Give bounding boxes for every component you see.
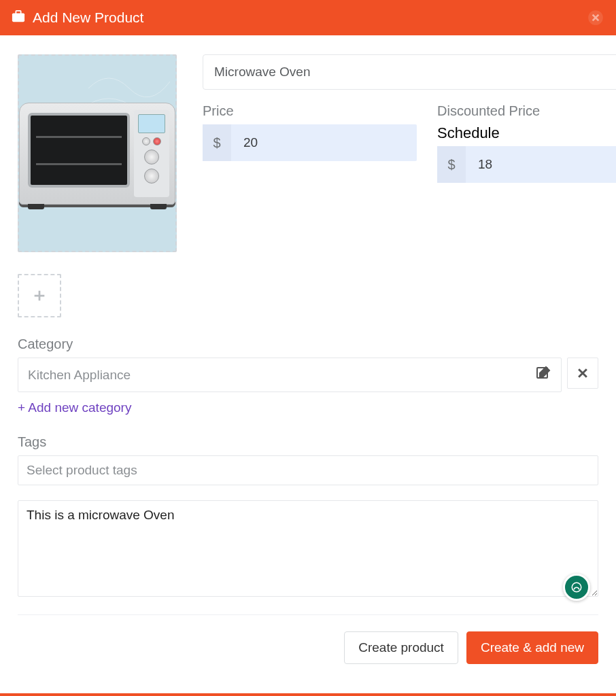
modal-header: Add New Product — [0, 0, 616, 35]
create-and-add-new-button[interactable]: Create & add new — [466, 631, 598, 664]
product-name-input[interactable] — [203, 54, 616, 90]
category-select[interactable]: Kitchen Appliance — [18, 358, 562, 392]
discounted-price-input[interactable] — [466, 146, 616, 183]
schedule-label: Schedule — [437, 124, 616, 142]
add-image-button[interactable] — [18, 274, 61, 317]
description-textarea[interactable] — [18, 500, 598, 597]
add-category-link[interactable]: + Add new category — [18, 400, 131, 415]
price-input[interactable] — [231, 124, 417, 161]
chat-support-button[interactable] — [563, 574, 590, 601]
modal-footer: Create product Create & add new — [18, 614, 598, 664]
tags-input[interactable]: Select product tags — [18, 455, 598, 485]
currency-symbol: $ — [437, 146, 466, 183]
close-button[interactable] — [586, 8, 605, 27]
discounted-price-label: Discounted Price — [437, 103, 616, 119]
price-label: Price — [203, 103, 417, 119]
product-image-preview — [19, 103, 175, 205]
remove-category-button[interactable] — [567, 358, 598, 389]
price-input-group: $ — [203, 124, 417, 161]
currency-symbol: $ — [203, 124, 231, 161]
create-product-button[interactable]: Create product — [344, 631, 458, 664]
svg-rect-0 — [12, 13, 24, 22]
bottom-accent-bar — [0, 693, 616, 696]
svg-rect-1 — [16, 10, 20, 14]
tags-placeholder: Select product tags — [27, 463, 137, 478]
modal-title: Add New Product — [33, 10, 143, 26]
briefcase-icon — [11, 10, 26, 27]
tags-label: Tags — [18, 434, 598, 450]
category-label: Category — [18, 336, 598, 352]
category-selected-value: Kitchen Appliance — [28, 368, 131, 383]
edit-category-icon[interactable] — [535, 365, 551, 385]
discounted-input-group: $ — [437, 146, 616, 183]
product-image-upload[interactable] — [18, 54, 177, 252]
